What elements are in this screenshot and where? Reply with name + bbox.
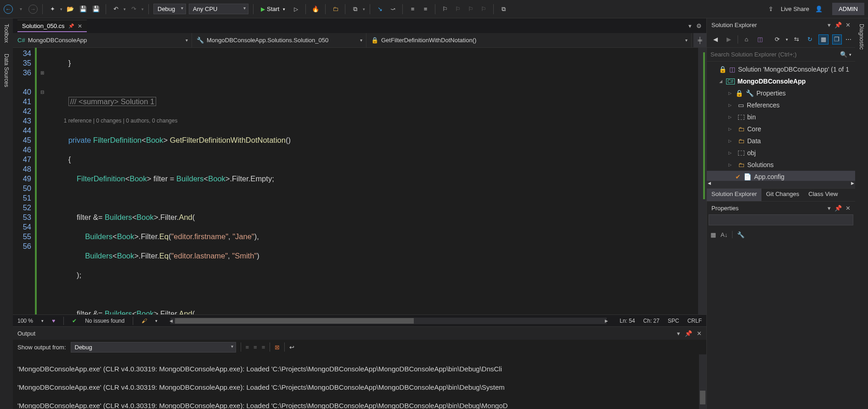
back-button[interactable]: ← (4, 5, 13, 14)
appconfig-node[interactable]: App.config (754, 173, 784, 180)
split-window-icon[interactable]: ╪ (693, 33, 706, 47)
editor-vscrollbar[interactable] (698, 48, 706, 314)
spc-label[interactable]: SPC (668, 318, 679, 324)
col-label[interactable]: Ch: 27 (643, 318, 659, 324)
fold-column[interactable]: ⊞⊟ (38, 48, 47, 314)
se-collapse-icon[interactable]: ⇆ (792, 34, 801, 45)
se-search[interactable]: 🔍▾ (707, 48, 855, 62)
se-pin-icon[interactable]: 📌 (834, 22, 842, 28)
tab-dropdown-icon[interactable]: ▾ (688, 22, 692, 29)
liveshare-icon[interactable]: ⇪ (766, 4, 776, 14)
feedback-icon[interactable]: 👤 (814, 4, 824, 14)
se-refresh-icon[interactable]: ↻ (805, 34, 815, 45)
panel-pin-icon[interactable]: 📌 (685, 330, 692, 337)
start-noDebug-icon[interactable]: ▷ (291, 4, 301, 14)
se-sync-icon[interactable]: ⟳ (772, 34, 782, 45)
se-close-icon[interactable]: ✕ (845, 22, 851, 28)
bookmark-next-icon[interactable]: ⚐ (466, 4, 476, 14)
se-showall-icon[interactable]: ▦ (818, 34, 828, 45)
se-fwd-icon[interactable]: ▶ (724, 34, 733, 45)
code-area[interactable]: } /// <summary> Solution 1 1 reference |… (47, 48, 706, 314)
solution-node[interactable]: Solution 'MongoDBConsoleApp' (1 of 1 (738, 66, 849, 73)
output-next-icon[interactable]: ≡ (262, 344, 265, 351)
tab-gear-icon[interactable]: ⚙ (696, 22, 702, 29)
browse-icon[interactable]: 🗀 (330, 4, 340, 14)
bookmark-icon[interactable]: ⚐ (440, 4, 450, 14)
bookmark-clear-icon[interactable]: ⚐ (479, 4, 489, 14)
se-back-icon[interactable]: ◀ (710, 34, 720, 45)
nav-namespace[interactable]: 🔧MongoDBConsoleApp.Solutions.Solution_05… (192, 33, 366, 47)
step-over-icon[interactable]: ⤻ (388, 4, 398, 14)
project-node[interactable]: MongoDBConsoleApp (738, 78, 806, 85)
window-icon[interactable]: ⧉ (350, 4, 360, 14)
health-icon[interactable]: ♥ (52, 318, 55, 324)
open-folder-icon[interactable]: 📂 (65, 4, 75, 14)
panel-dropdown-icon[interactable]: ▾ (677, 330, 680, 337)
output-wrap-icon[interactable]: ↩ (289, 344, 294, 351)
editor-hscrollbar[interactable]: ◀▶ (170, 318, 607, 324)
undo-icon[interactable]: ↶ (111, 4, 121, 14)
bin-node[interactable]: bin (747, 113, 756, 121)
pin-icon[interactable]: 📌 (68, 23, 74, 28)
props-dropdown-icon[interactable]: ▾ (828, 205, 831, 212)
se-more-icon[interactable]: ⋯ (845, 36, 851, 43)
bookmark-prev-icon[interactable]: ⚐ (453, 4, 463, 14)
se-home-icon[interactable]: ⌂ (742, 34, 751, 45)
new-item-icon[interactable]: ✦ (47, 4, 57, 14)
redo-icon[interactable]: ↷ (129, 4, 139, 14)
se-hscroll[interactable]: ◀▶ (707, 181, 855, 188)
dedent-icon[interactable]: ≡ (407, 4, 417, 14)
props-cat-icon[interactable]: ▦ (710, 231, 716, 238)
close-icon[interactable]: ✕ (78, 23, 82, 29)
admin-button[interactable]: ADMIN (832, 3, 864, 15)
core-node[interactable]: Core (747, 125, 761, 133)
issues-label[interactable]: No issues found (85, 318, 124, 324)
properties-node[interactable]: Properties (756, 90, 786, 97)
obj-node[interactable]: obj (747, 149, 756, 157)
platform-combo[interactable]: Any CPU (189, 4, 248, 14)
props-pin-icon[interactable]: 📌 (834, 205, 842, 212)
line-label[interactable]: Ln: 54 (620, 318, 635, 324)
props-az-icon[interactable]: A↓ (721, 231, 727, 238)
props-wrench-icon[interactable]: 🔧 (737, 231, 744, 238)
code-editor[interactable]: 3435364041424344454647484950515253545556… (13, 48, 706, 314)
indent-icon[interactable]: ≡ (420, 4, 430, 14)
se-switch-icon[interactable]: ◫ (755, 34, 765, 45)
codelens[interactable]: 1 reference | 0 changes | 0 authors, 0 c… (64, 118, 178, 124)
extension-icon[interactable]: ⧉ (498, 4, 508, 14)
start-button[interactable]: ▶Start▾ (258, 4, 288, 14)
summary-collapsed[interactable]: /// <summary> Solution 1 (68, 97, 156, 106)
fwd-circle[interactable]: → (28, 5, 38, 14)
save-all-icon[interactable]: 💾 (91, 4, 101, 14)
zoom-label[interactable]: 100 % (17, 318, 33, 324)
output-text[interactable]: 'MongoDBConsoleApp.exe' (CLR v4.0.30319:… (13, 354, 706, 409)
tab-class-view[interactable]: Class View (804, 189, 842, 201)
toolbox-tab[interactable]: Toolbox (2, 22, 11, 45)
nav-member[interactable]: 🔒GetFilterDefinitionWithDotNotation() (366, 33, 692, 47)
props-close-icon[interactable]: ✕ (845, 205, 851, 212)
crlf-label[interactable]: CRLF (688, 318, 702, 324)
tab-solution-explorer[interactable]: Solution Explorer (707, 189, 761, 201)
output-prev-icon[interactable]: ≡ (254, 344, 257, 351)
output-vscrollbar[interactable] (699, 354, 706, 409)
hot-reload-icon[interactable]: 🔥 (310, 4, 321, 14)
search-icon[interactable]: 🔍 (840, 51, 847, 58)
diagnostic-tab[interactable]: Diagnostic (857, 22, 866, 51)
se-search-input[interactable] (710, 51, 840, 58)
nav-project[interactable]: C#MongoDBConsoleApp (13, 33, 192, 47)
output-clear-icon[interactable]: ⊠ (275, 344, 280, 351)
config-combo[interactable]: Debug (153, 4, 186, 14)
output-source-combo[interactable]: Debug (71, 342, 236, 353)
datasources-tab[interactable]: Data Sources (2, 52, 11, 89)
save-icon[interactable]: 💾 (78, 4, 88, 14)
doc-tab-solution050[interactable]: Solution_050.cs 📌 ✕ (17, 20, 87, 32)
solutions-node[interactable]: Solutions (747, 161, 774, 168)
references-node[interactable]: References (747, 101, 780, 109)
data-node[interactable]: Data (747, 137, 761, 145)
step-into-icon[interactable]: ↘ (375, 4, 385, 14)
panel-close-icon[interactable]: ✕ (697, 330, 702, 337)
liveshare-label[interactable]: Live Share (781, 6, 809, 12)
se-preview-icon[interactable]: ❐ (832, 34, 842, 45)
se-dropdown-icon[interactable]: ▾ (828, 22, 831, 28)
output-goto-icon[interactable]: ≡ (246, 344, 249, 351)
